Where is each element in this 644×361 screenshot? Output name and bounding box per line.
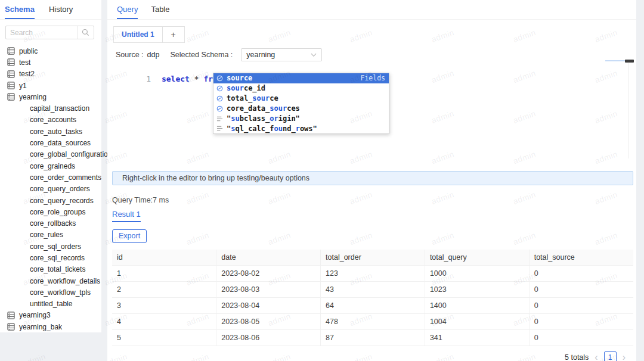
db-label: yearning bbox=[19, 93, 47, 101]
autocomplete-item-label: source_id bbox=[227, 84, 265, 92]
autocomplete-item[interactable]: "subclass_origin" bbox=[213, 114, 389, 124]
column-header: id bbox=[112, 250, 216, 265]
schema-tree: public test test2 y1 yearningcapital_tra… bbox=[0, 43, 101, 332]
table-label: core_rules bbox=[30, 231, 63, 239]
autocomplete-item[interactable]: sourceFields bbox=[213, 73, 389, 83]
main-tabs: Query Table bbox=[107, 0, 636, 20]
sidebar-tabs: Schema History bbox=[0, 0, 101, 20]
schema-db-item[interactable]: yearning bbox=[0, 91, 101, 102]
next-page-icon[interactable]: › bbox=[623, 353, 626, 361]
database-icon bbox=[7, 323, 15, 331]
search-icon bbox=[82, 29, 89, 36]
schema-table-item[interactable]: core_sql_orders bbox=[0, 241, 101, 252]
table-label: core_total_tickets bbox=[30, 265, 85, 273]
table-row[interactable]: 52023-08-06873410 bbox=[112, 329, 633, 346]
line-number: 1 bbox=[135, 74, 151, 83]
autocomplete-item-label: total_source bbox=[227, 94, 278, 102]
table-label: core_query_records bbox=[30, 197, 94, 205]
autocomplete-item-label: source bbox=[227, 74, 252, 82]
table-label: core_order_comments bbox=[30, 173, 101, 182]
table-row[interactable]: 42023-08-0547810040 bbox=[112, 313, 633, 329]
autocomplete-item-label: core_data_sources bbox=[227, 104, 300, 113]
schema-select[interactable]: yearning bbox=[241, 48, 322, 61]
schema-table-item[interactable]: core_global_configuration bbox=[0, 149, 101, 160]
schema-table-item[interactable]: core_query_records bbox=[0, 195, 101, 206]
field-icon bbox=[216, 95, 223, 102]
result-table: iddatetotal_ordertotal_querytotal_source… bbox=[112, 250, 633, 346]
sql-editor[interactable]: 1select * from sour sourceFields source_… bbox=[107, 61, 636, 169]
schema-search bbox=[5, 26, 94, 39]
table-cell: 1004 bbox=[425, 313, 529, 329]
schema-table-item[interactable]: core_workflow_details bbox=[0, 275, 101, 287]
autocomplete-item[interactable]: "sql_calc_found_rows" bbox=[213, 123, 389, 133]
prev-page-icon[interactable]: ‹ bbox=[595, 353, 597, 361]
table-label: core_auto_tasks bbox=[30, 127, 82, 136]
schema-table-item[interactable]: core_order_comments bbox=[0, 172, 101, 183]
schema-db-item[interactable]: y1 bbox=[0, 80, 101, 91]
field-icon bbox=[216, 85, 223, 92]
table-cell: 4 bbox=[112, 313, 216, 329]
table-header-row: iddatetotal_ordertotal_querytotal_source bbox=[112, 250, 633, 265]
database-icon bbox=[7, 82, 15, 89]
schema-db-item[interactable]: yearning_bak bbox=[0, 321, 101, 332]
schema-table-item[interactable]: core_rollbacks bbox=[0, 217, 101, 229]
tab-schema[interactable]: Schema bbox=[5, 0, 35, 19]
export-button[interactable]: Export bbox=[112, 229, 147, 243]
schema-db-item[interactable]: public bbox=[0, 45, 101, 57]
table-cell: 2023-08-04 bbox=[216, 297, 321, 313]
database-icon bbox=[7, 47, 15, 55]
schema-db-item[interactable]: yearning3 bbox=[0, 310, 101, 321]
table-cell: 5 bbox=[112, 329, 216, 346]
pagination-total: 5 totals bbox=[565, 353, 589, 361]
keyword-icon bbox=[216, 116, 223, 122]
db-label: public bbox=[19, 47, 38, 55]
table-cell: 0 bbox=[529, 329, 633, 346]
table-cell: 43 bbox=[321, 281, 425, 297]
table-cell: 0 bbox=[529, 297, 633, 313]
column-header: total_source bbox=[529, 250, 633, 265]
schema-table-item[interactable]: core_total_tickets bbox=[0, 264, 101, 275]
table-row[interactable]: 32023-08-046414000 bbox=[112, 297, 633, 313]
table-label: core_accounts bbox=[30, 116, 76, 124]
table-row[interactable]: 12023-08-0212310000 bbox=[112, 265, 633, 281]
autocomplete-item[interactable]: core_data_sources bbox=[213, 104, 389, 114]
tab-table[interactable]: Table bbox=[151, 0, 169, 19]
tab-result-1[interactable]: Result 1 bbox=[112, 210, 141, 222]
schema-table-item[interactable]: capital_transaction bbox=[0, 102, 101, 114]
source-label: Source : bbox=[116, 51, 144, 59]
editor-scrollbar[interactable] bbox=[628, 63, 628, 158]
schema-table-item[interactable]: core_query_orders bbox=[0, 183, 101, 195]
autocomplete-item[interactable]: source_id bbox=[213, 83, 389, 94]
table-row[interactable]: 22023-08-034310230 bbox=[112, 281, 633, 297]
editor-minimap-thumb[interactable] bbox=[625, 60, 634, 63]
table-cell: 2023-08-06 bbox=[216, 329, 321, 346]
search-button[interactable] bbox=[77, 26, 94, 39]
schema-table-item[interactable]: core_workflow_tpls bbox=[0, 287, 101, 298]
table-cell: 2023-08-05 bbox=[216, 313, 321, 329]
schema-table-item[interactable]: core_sql_records bbox=[0, 252, 101, 263]
schema-table-item[interactable]: core_role_groups bbox=[0, 206, 101, 217]
add-tab-button[interactable]: + bbox=[163, 26, 185, 43]
tab-query[interactable]: Query bbox=[117, 0, 138, 19]
table-label: core_workflow_details bbox=[30, 277, 100, 285]
schema-table-item[interactable]: core_rules bbox=[0, 229, 101, 241]
schema-table-item[interactable]: core_data_sources bbox=[0, 137, 101, 148]
tab-history[interactable]: History bbox=[49, 0, 73, 19]
schema-table-item[interactable]: untitled_table bbox=[0, 298, 101, 310]
schema-table-item[interactable]: core_accounts bbox=[0, 114, 101, 126]
schema-db-item[interactable]: test2 bbox=[0, 69, 101, 80]
page-1-button[interactable]: 1 bbox=[604, 351, 617, 361]
table-cell: 1 bbox=[112, 265, 216, 281]
database-icon bbox=[7, 93, 15, 101]
column-header: total_order bbox=[321, 250, 425, 265]
table-label: core_graineds bbox=[30, 162, 75, 170]
pagination: 5 totals ‹ 1 › bbox=[107, 351, 626, 361]
editor-tab-untitled[interactable]: Untitled 1 bbox=[113, 26, 163, 43]
autocomplete-item[interactable]: total_source bbox=[213, 94, 389, 104]
autocomplete-group-label: Fields bbox=[360, 74, 385, 82]
search-input[interactable] bbox=[6, 29, 77, 37]
schema-table-item[interactable]: core_graineds bbox=[0, 160, 101, 172]
schema-db-item[interactable]: test bbox=[0, 57, 101, 68]
schema-table-item[interactable]: core_auto_tasks bbox=[0, 126, 101, 137]
table-cell: 2023-08-03 bbox=[216, 281, 321, 297]
